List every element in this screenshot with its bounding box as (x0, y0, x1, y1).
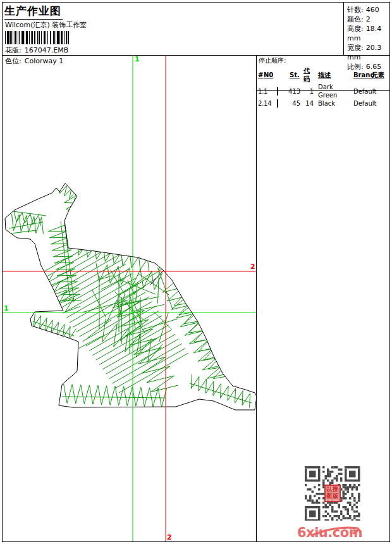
svg-text:2: 2 (250, 263, 255, 271)
col-element: 元素 (372, 71, 389, 79)
svg-text:2: 2 (167, 533, 172, 541)
stop-sequence-title: 停止顺序: (257, 55, 389, 65)
right-panel: 停止顺序: # N0 St. 代码 描述 Brand 元素 1. 1 413 1 (256, 55, 389, 541)
row1-description: Dark Green (314, 83, 353, 99)
stitch-count-line: 针数:460 (347, 5, 389, 15)
stop-sequence-table: 停止顺序: # N0 St. 代码 描述 Brand 元素 1. 1 413 1 (257, 55, 389, 91)
row2-description: Black (314, 99, 353, 108)
stop-table-row: 1. 1 413 1 Dark Green Default (257, 83, 389, 99)
company-name: Wilcom(汇京) 装饰工作室 (5, 20, 343, 30)
watermark-site: 6xiu.com (297, 525, 362, 540)
row1-code: 1 (301, 87, 314, 96)
col-brand: Brand (353, 71, 372, 79)
row2-code: 14 (301, 99, 314, 108)
col-st: St. (287, 71, 301, 79)
row1-color-swatch (277, 87, 287, 96)
row2-brand: Default (353, 99, 372, 108)
stop-table-row: 2. 14 45 14 Black Default (257, 99, 389, 108)
row2-color-swatch (277, 99, 287, 108)
col-hash: # (258, 71, 264, 79)
col-code: 代码 (301, 66, 314, 83)
stop-table-header-row: # N0 St. 代码 描述 Brand 元素 (257, 66, 389, 83)
pattern-value: 167047.EMB (25, 46, 68, 54)
row1-n0: 1 (264, 87, 277, 96)
col-n0: N0 (264, 71, 277, 79)
design-canvas: 1122 (3, 55, 256, 541)
main-area: 1122 停止顺序: # N0 St. 代码 描述 Brand 元素 1. 1 (3, 55, 389, 541)
height-line: 高度:18.4 mm (347, 24, 389, 43)
header: 生产作业图 Wilcom(汇京) 装饰工作室 花版:167047.EMB 色位:… (3, 3, 389, 56)
row2-no: 2. (258, 99, 264, 108)
svg-text:1: 1 (135, 55, 140, 63)
pattern-label: 花版: (5, 46, 21, 54)
svg-text:1: 1 (4, 304, 9, 312)
design-info-panel: 针数:460 颜色:2 高度:18.4 mm 宽度:20.3 mm 比例:6.6… (343, 3, 389, 55)
pattern-file-line: 花版:167047.EMB (5, 46, 343, 55)
row1-stitches: 413 (287, 87, 301, 96)
row2-n0: 14 (264, 99, 277, 108)
worksheet-page: 生产作业图 Wilcom(汇京) 装饰工作室 花版:167047.EMB 色位:… (2, 2, 390, 542)
row2-stitches: 45 (287, 99, 301, 108)
color-count-line: 颜色:2 (347, 15, 389, 24)
red-stamp: 以搜 图版 (324, 485, 341, 502)
barcode (4, 31, 71, 44)
production-worksheet: { "header": { "title": "生产作业图", "company… (0, 0, 392, 544)
stitch-fill (9, 183, 252, 408)
row1-brand: Default (353, 87, 372, 96)
page-title: 生产作业图 (4, 4, 63, 20)
header-left: 生产作业图 Wilcom(汇京) 装饰工作室 花版:167047.EMB 色位:… (3, 3, 343, 55)
stamp-line2: 图版 (326, 493, 340, 500)
watermark-logo: 6xiu.com (296, 520, 368, 540)
row1-no: 1. (258, 87, 264, 96)
col-desc: 描述 (314, 71, 353, 79)
stamp-line1: 以搜 (326, 486, 340, 493)
